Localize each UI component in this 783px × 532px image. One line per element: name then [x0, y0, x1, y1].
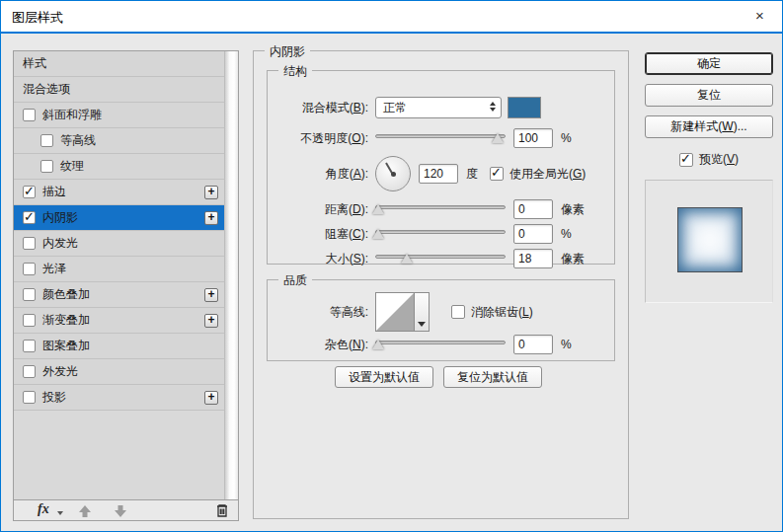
blend-mode-value: 正常 — [383, 100, 407, 116]
shadow-color-swatch[interactable] — [508, 97, 541, 118]
contour-picker[interactable] — [375, 292, 430, 332]
sidebar-item-pattern-overlay[interactable]: 图案叠加 — [14, 334, 224, 359]
style-preview-swatch — [677, 207, 743, 272]
contour-dropdown-icon[interactable] — [415, 292, 430, 332]
checkbox[interactable] — [23, 314, 36, 327]
item-label: 颜色叠加 — [42, 286, 90, 303]
add-effect-button[interactable]: + — [204, 211, 218, 225]
noise-input[interactable]: 0 — [513, 335, 553, 354]
distance-row: 距离(D): 0 像素 — [277, 199, 585, 219]
checkbox[interactable] — [23, 237, 36, 250]
item-label: 外发光 — [42, 363, 78, 380]
choke-slider[interactable] — [375, 226, 506, 242]
item-label: 纹理 — [60, 158, 84, 175]
angle-dial[interactable] — [375, 156, 411, 191]
use-global-light-check[interactable]: 使用全局光(G) — [490, 166, 586, 183]
item-label: 内发光 — [42, 235, 78, 252]
distance-input[interactable]: 0 — [513, 199, 553, 219]
size-unit: 像素 — [561, 251, 585, 267]
checkbox[interactable] — [679, 153, 693, 167]
move-effect-down-icon[interactable] — [113, 503, 128, 519]
opacity-input[interactable]: 100 — [513, 128, 553, 148]
add-effect-button[interactable]: + — [204, 288, 218, 302]
item-label: 内阴影 — [42, 209, 78, 226]
checkbox[interactable] — [490, 167, 504, 181]
checkbox[interactable] — [23, 340, 36, 352]
noise-row: 杂色(N): 0 % — [277, 335, 572, 354]
blend-mode-select[interactable]: 正常 — [375, 97, 502, 118]
spinner-icon — [490, 102, 496, 112]
checkbox[interactable] — [40, 134, 53, 147]
anti-alias-check[interactable]: 消除锯齿(L) — [451, 304, 533, 321]
contour-label: 等高线: — [277, 304, 368, 321]
ok-button[interactable]: 确定 — [645, 52, 773, 75]
quality-title: 品质 — [278, 272, 312, 289]
add-effect-button[interactable]: + — [204, 314, 218, 328]
sidebar-item-outer-glow[interactable]: 外发光 — [14, 359, 224, 385]
item-label: 光泽 — [42, 261, 66, 277]
scrollbar[interactable] — [224, 51, 238, 499]
slider-thumb[interactable] — [372, 204, 384, 214]
slider-thumb[interactable] — [492, 133, 504, 143]
size-row: 大小(S): 18 像素 — [277, 249, 585, 268]
distance-slider[interactable] — [375, 201, 506, 217]
slider-thumb[interactable] — [372, 340, 384, 349]
opacity-unit: % — [561, 131, 572, 145]
set-default-button[interactable]: 设置为默认值 — [335, 366, 433, 388]
sidebar-item-contour[interactable]: 等高线 — [14, 128, 224, 154]
sidebar-item-color-overlay[interactable]: 颜色叠加+ — [14, 282, 224, 308]
choke-input[interactable]: 0 — [513, 224, 553, 244]
sidebar-item-bevel-emboss[interactable]: 斜面和浮雕 — [14, 103, 224, 128]
sidebar-item-blending-options[interactable]: 混合选项 — [14, 77, 224, 103]
add-effect-button[interactable]: + — [204, 186, 218, 199]
angle-input[interactable]: 120 — [419, 164, 458, 184]
new-style-button[interactable]: 新建样式(W)... — [645, 115, 773, 138]
opacity-slider[interactable] — [375, 130, 506, 146]
item-label: 图案叠加 — [42, 338, 90, 354]
sidebar-item-styles[interactable]: 样式 — [14, 51, 224, 77]
checkbox[interactable] — [23, 211, 36, 224]
sidebar-item-satin[interactable]: 光泽 — [14, 257, 224, 282]
preview-check[interactable]: 预览(V) — [645, 151, 773, 168]
distance-label: 距离(D): — [277, 201, 368, 218]
close-icon[interactable]: × — [738, 1, 782, 32]
anti-alias-label: 消除锯齿(L) — [471, 304, 533, 321]
slider-thumb[interactable] — [372, 229, 384, 239]
item-label: 斜面和浮雕 — [42, 107, 102, 123]
noise-slider[interactable] — [375, 337, 506, 352]
dialog-title: 图层样式 — [12, 9, 63, 27]
checkbox[interactable] — [23, 263, 36, 275]
reset-button[interactable]: 复位 — [645, 84, 773, 107]
noise-label: 杂色(N): — [277, 337, 368, 353]
effects-toolbar: fx — [14, 499, 238, 520]
checkbox[interactable] — [40, 160, 53, 173]
sidebar-item-texture[interactable]: 纹理 — [14, 154, 224, 180]
structure-title: 结构 — [278, 63, 312, 80]
slider-thumb[interactable] — [401, 254, 413, 264]
add-effect-button[interactable]: + — [204, 391, 218, 405]
contour-thumbnail[interactable] — [375, 292, 415, 332]
size-input[interactable]: 18 — [513, 249, 553, 268]
item-label: 渐变叠加 — [42, 312, 90, 329]
structure-group: 结构 混合模式(B): 正常 不透明度(O): 100 % 角度(A): 120 — [267, 70, 615, 265]
checkbox[interactable] — [23, 365, 36, 378]
sidebar-item-drop-shadow[interactable]: 投影+ — [14, 385, 224, 411]
checkbox[interactable] — [23, 391, 36, 404]
delete-effect-icon[interactable] — [214, 502, 230, 518]
quality-group: 品质 等高线: 消除锯齿(L) 杂色(N): 0 % — [267, 279, 615, 361]
fx-menu-icon[interactable]: fx — [38, 501, 49, 517]
noise-unit: % — [561, 338, 572, 351]
sidebar-item-gradient-overlay[interactable]: 渐变叠加+ — [14, 308, 224, 334]
checkbox[interactable] — [451, 305, 465, 319]
action-column: 确定 复位 新建样式(W)... 预览(V) — [645, 52, 773, 303]
checkbox[interactable] — [23, 288, 36, 301]
sidebar-item-inner-shadow[interactable]: 内阴影+ — [14, 205, 224, 231]
move-effect-up-icon[interactable] — [77, 503, 93, 519]
checkbox[interactable] — [23, 109, 36, 121]
reset-default-button[interactable]: 复位为默认值 — [443, 366, 542, 388]
checkbox[interactable] — [23, 186, 36, 198]
sidebar-item-inner-glow[interactable]: 内发光 — [14, 231, 224, 257]
size-slider[interactable] — [375, 251, 506, 266]
sidebar-item-stroke[interactable]: 描边+ — [14, 180, 224, 205]
size-label: 大小(S): — [277, 251, 368, 267]
